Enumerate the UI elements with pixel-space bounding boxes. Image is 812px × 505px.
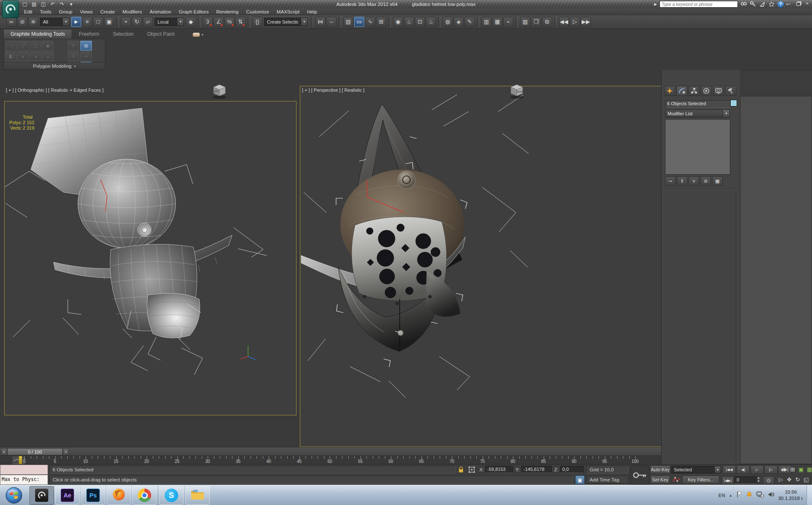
tab-create[interactable] — [664, 86, 675, 96]
save-file-icon[interactable]: ◫ — [40, 1, 47, 8]
menu-create[interactable]: Create — [96, 9, 119, 15]
next-modifier-icon[interactable]: ⇧ — [68, 41, 79, 50]
modifier-stack[interactable] — [665, 119, 730, 175]
reference-coordinate-system-dropdown[interactable]: Local▾ — [155, 18, 184, 26]
y-coordinate-field[interactable]: -145,6178 — [521, 466, 552, 473]
proxy-tools-icon[interactable]: ⧉ — [542, 17, 552, 27]
selection-filter-dropdown[interactable]: All▾ — [40, 18, 69, 26]
select-and-link-icon[interactable]: ∞ — [6, 17, 16, 27]
link-tools-icon[interactable]: ⌁ — [503, 17, 513, 27]
isolate-selection-icon[interactable]: ▣ — [575, 476, 585, 484]
selection-lock-icon[interactable] — [458, 466, 464, 475]
close-button[interactable]: × — [804, 1, 810, 7]
track-bar[interactable]: 0510152025303540455055606570758085909510… — [0, 455, 661, 465]
network-icon[interactable] — [756, 491, 764, 500]
select-object-icon[interactable]: ► — [71, 17, 81, 27]
next-frame-button[interactable]: |▷ — [764, 465, 777, 474]
object-paint-tools-icon[interactable]: ▦ — [492, 17, 502, 27]
step-play-icon[interactable]: ▷ — [570, 17, 580, 27]
infocenter-expand-icon[interactable]: ▶ — [654, 2, 657, 6]
step-forward-icon[interactable]: ▶▶ — [581, 17, 591, 27]
key-step-toggle[interactable]: |◀▶| — [722, 476, 734, 485]
orthographic-viewport[interactable] — [4, 101, 296, 415]
tab-hierarchy[interactable] — [689, 86, 700, 96]
current-frame-marker[interactable] — [19, 456, 22, 465]
maximize-viewport-button[interactable]: ◱ — [803, 476, 809, 483]
taskbar-chrome-button[interactable] — [132, 486, 157, 505]
tab-utilities[interactable] — [725, 86, 736, 96]
search-input[interactable] — [660, 1, 738, 8]
show-desktop-button[interactable] — [807, 485, 812, 505]
curve-editor-icon[interactable]: ∿ — [365, 17, 375, 27]
perspective-viewport[interactable] — [300, 86, 661, 447]
front-viewcube[interactable]: FRONT — [508, 82, 526, 99]
tweak-icon[interactable]: ◒ — [42, 51, 53, 61]
menu-maxscript[interactable]: MAXScript — [273, 9, 303, 15]
taskbar-firefox-button[interactable] — [107, 486, 131, 505]
tab-selection[interactable]: Selection — [106, 29, 140, 39]
taskbar-clock[interactable]: 10:56 30.1.2018 г. — [778, 489, 804, 502]
menu-rendering[interactable]: Rendering — [212, 9, 242, 15]
menu-animation[interactable]: Animation — [146, 9, 175, 15]
pivot-tool-icon[interactable]: ◐ — [18, 51, 29, 61]
absolute-offset-toggle-icon[interactable] — [468, 466, 475, 475]
key-mode-dropdown[interactable]: Selected ▾ — [671, 466, 721, 473]
right-viewport-label[interactable]: [ + ] [ Perspective ] [ Realistic ] — [302, 88, 364, 93]
zoom-all-button[interactable]: ⊞ — [789, 466, 796, 473]
mirror-icon[interactable]: ⋈ — [315, 17, 326, 27]
container-tools-icon[interactable]: ❒ — [531, 17, 541, 27]
maxscript-mini-listener-output[interactable] — [0, 465, 48, 475]
selection-region-button[interactable]: ▷ — [777, 476, 784, 483]
menu-group[interactable]: Group — [55, 9, 76, 15]
current-frame-field[interactable]: 0 — [735, 476, 756, 484]
select-and-scale-icon[interactable]: ▱ — [143, 17, 153, 27]
snaps-toggle-icon[interactable]: 3 — [203, 17, 213, 27]
start-button[interactable] — [4, 486, 24, 505]
render-in-cloud-icon[interactable]: ◍ — [443, 17, 453, 27]
bind-to-space-warp-icon[interactable]: ≋ — [28, 17, 38, 27]
taskbar-explorer-button[interactable] — [185, 486, 210, 505]
menu-edit[interactable]: Edit — [20, 9, 36, 15]
render-setup-icon[interactable]: ♨ — [404, 17, 414, 27]
volume-icon[interactable] — [768, 491, 775, 500]
z-coordinate-field[interactable]: 0,0 — [560, 466, 584, 473]
menu-customize[interactable]: Customize — [242, 9, 272, 15]
step-back-icon[interactable]: ◀◀ — [559, 17, 569, 27]
menu-help[interactable]: Help — [303, 9, 321, 15]
object-name-field[interactable]: 6 Objects Selected — [665, 100, 732, 108]
material-editor-icon[interactable]: ◉ — [393, 17, 403, 27]
material-explorer-icon[interactable]: ◈ — [454, 17, 464, 27]
new-file-icon[interactable]: ▢ — [21, 1, 29, 8]
element-mode-icon[interactable]: ◧ — [5, 51, 17, 61]
redo-icon[interactable]: ↷ — [58, 1, 66, 8]
notification-bell-icon[interactable] — [746, 491, 753, 500]
taskbar-after-effects-button[interactable]: Ae — [55, 486, 80, 505]
menu-views[interactable]: Views — [76, 9, 96, 15]
rectangular-selection-region-icon[interactable]: □ — [93, 17, 103, 27]
project-dropdown-icon[interactable]: ▾ — [67, 1, 75, 8]
next-frame-arrow[interactable]: > — [63, 448, 69, 455]
orbit-button[interactable]: ↻ — [794, 476, 801, 483]
application-menu-button[interactable] — [2, 0, 19, 18]
named-selection-sets-dropdown[interactable]: Create Selection Se▾ — [264, 18, 308, 26]
object-color-swatch[interactable] — [730, 100, 737, 106]
undo-icon[interactable]: ↶ — [49, 1, 56, 8]
select-by-name-icon[interactable]: ≡ — [82, 17, 92, 27]
select-and-move-icon[interactable]: + — [121, 17, 131, 27]
pin-stack-icon[interactable]: ⊸ — [665, 176, 676, 186]
manage-layers-icon[interactable]: ▤ — [343, 17, 353, 27]
communication-center-icon[interactable] — [759, 1, 766, 8]
previous-frame-button[interactable]: ◀| — [737, 465, 750, 474]
search-icon[interactable] — [740, 1, 747, 8]
polygon-mode-icon[interactable]: ■ — [42, 41, 53, 50]
preserve-uvs-icon[interactable]: ◑ — [30, 51, 41, 61]
panel-title[interactable]: Polygon Modeling ▾ — [3, 62, 105, 70]
align-icon[interactable]: ⇔ — [326, 17, 337, 27]
previous-frame-arrow[interactable]: < — [1, 448, 7, 455]
zoom-extents-all-button[interactable]: ▦ — [806, 466, 812, 473]
action-center-flag-icon[interactable] — [736, 491, 742, 500]
time-configuration-button[interactable]: ⊙ — [763, 476, 774, 485]
window-crossing-icon[interactable]: ▣ — [104, 17, 114, 27]
pin-icon[interactable]: ⊸ — [80, 51, 92, 61]
key-filters-button[interactable]: Key Filters... — [682, 476, 719, 484]
